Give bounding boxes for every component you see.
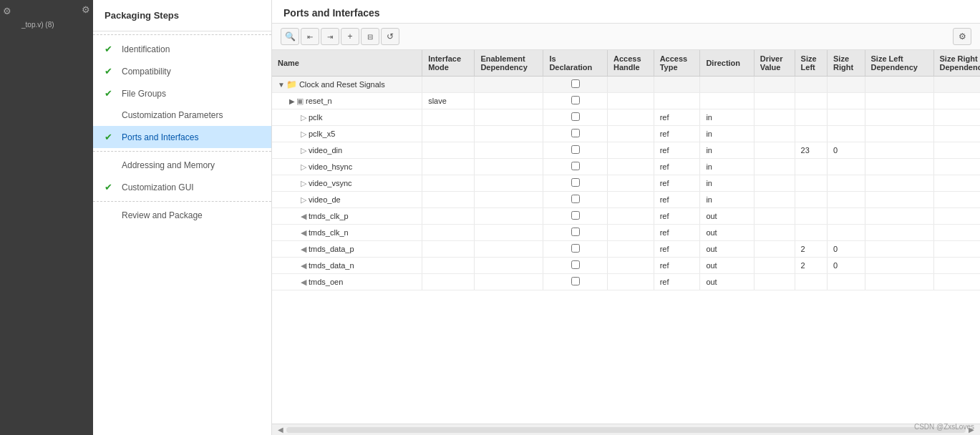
is-declaration-checkbox[interactable]	[571, 178, 580, 187]
col-header-enablement-dep: EnablementDependency	[475, 50, 543, 77]
sidebar-item-customization-gui[interactable]: ✔ Customization GUI	[93, 176, 271, 198]
is-declaration-checkbox[interactable]	[571, 260, 580, 269]
cell-name: ▷video_de	[272, 192, 422, 208]
cell-access-handle	[607, 175, 654, 192]
sidebar-item-customization-parameters[interactable]: Customization Parameters	[93, 104, 271, 126]
port-name: Clock and Reset Signals	[299, 80, 385, 89]
is-declaration-checkbox[interactable]	[571, 244, 580, 253]
collapse-icon[interactable]: ▼	[278, 81, 285, 89]
expand-all-button[interactable]: ⇥	[321, 28, 339, 45]
col-header-size-right-dep: Size RightDependency	[933, 50, 980, 77]
main-content: Ports and Interfaces 🔍 ⇤ ⇥ + ⊟ ↺ ⚙ Name …	[272, 0, 980, 435]
cell-is-declaration[interactable]	[543, 77, 608, 93]
cell-access-type: ref	[654, 175, 700, 192]
sidebar: Packaging Steps ✔ Identification ✔ Compa…	[93, 0, 272, 435]
out-chip-icon: ◀	[301, 212, 306, 221]
port-name: video_de	[309, 195, 341, 204]
cell-driver-value	[754, 208, 795, 225]
cell-interface-mode	[422, 159, 475, 175]
cell-driver-value	[754, 241, 795, 258]
search-button[interactable]: 🔍	[281, 28, 299, 45]
cell-size-left-dep	[865, 175, 933, 192]
cell-is-declaration[interactable]	[543, 274, 608, 290]
col-header-direction: Direction	[700, 50, 754, 77]
cell-is-declaration[interactable]	[543, 241, 608, 258]
cell-access-handle	[607, 208, 654, 225]
cell-is-declaration[interactable]	[543, 225, 608, 241]
cell-interface-mode	[422, 126, 475, 142]
sidebar-label-customization-gui: Customization GUI	[122, 182, 194, 192]
cell-driver-value	[754, 126, 795, 142]
cell-is-declaration[interactable]	[543, 126, 608, 142]
col-header-is-declaration: IsDeclaration	[543, 50, 608, 77]
is-declaration-checkbox[interactable]	[571, 228, 580, 236]
cell-is-declaration[interactable]	[543, 208, 608, 225]
sidebar-item-ports-and-interfaces[interactable]: ✔ Ports and Interfaces	[93, 126, 271, 148]
cell-is-declaration[interactable]	[543, 258, 608, 274]
cell-size-right: 0	[827, 258, 865, 274]
is-declaration-checkbox[interactable]	[571, 162, 580, 170]
sidebar-item-addressing-and-memory[interactable]: Addressing and Memory	[93, 155, 271, 176]
columns-button[interactable]: ⊟	[361, 28, 379, 45]
scroll-left-arrow[interactable]: ◀	[278, 426, 283, 434]
cell-is-declaration[interactable]	[543, 175, 608, 192]
cell-is-declaration[interactable]	[543, 192, 608, 208]
sidebar-item-file-groups[interactable]: ✔ File Groups	[93, 82, 271, 104]
table-container[interactable]: Name InterfaceMode EnablementDependency …	[272, 50, 980, 424]
add-button[interactable]: +	[341, 28, 359, 45]
cell-driver-value	[754, 225, 795, 241]
is-declaration-checkbox[interactable]	[571, 79, 580, 88]
check-icon-identification: ✔	[105, 44, 116, 54]
is-declaration-checkbox[interactable]	[571, 277, 580, 285]
cell-access-handle	[607, 192, 654, 208]
cell-size-left: 23	[795, 142, 827, 159]
sidebar-item-review-and-package[interactable]: Review and Package	[93, 205, 271, 226]
cell-interface-mode	[422, 192, 475, 208]
cell-access-type: ref	[654, 258, 700, 274]
cell-direction: in	[700, 142, 754, 159]
refresh-button[interactable]: ↺	[381, 28, 399, 45]
cell-interface-mode	[422, 241, 475, 258]
sidebar-label-compatibility: Compatibility	[122, 67, 171, 77]
cell-access-type: ref	[654, 241, 700, 258]
file-icon: ▷	[301, 195, 306, 205]
cell-direction: in	[700, 159, 754, 175]
is-declaration-checkbox[interactable]	[571, 96, 580, 104]
cell-size-right-dep	[933, 77, 980, 93]
col-header-size-left: SizeLeft	[795, 50, 827, 77]
port-name: tmds_clk_n	[309, 228, 349, 237]
sidebar-label-identification: Identification	[122, 44, 170, 54]
sidebar-item-identification[interactable]: ✔ Identification	[93, 38, 271, 60]
col-header-access-handle: AccessHandle	[607, 50, 654, 77]
cell-size-left-dep	[865, 274, 933, 290]
cell-is-declaration[interactable]	[543, 93, 608, 109]
is-declaration-checkbox[interactable]	[571, 145, 580, 154]
is-declaration-checkbox[interactable]	[571, 129, 580, 137]
cell-interface-mode	[422, 142, 475, 159]
left-dark-panel: ⚙ _top.v) (8)	[14, 0, 93, 435]
left-panel-badge: _top.v) (8)	[17, 18, 90, 31]
horizontal-scrollbar[interactable]: ◀ ▶	[272, 424, 980, 435]
check-icon-file-groups: ✔	[105, 88, 116, 99]
cell-is-declaration[interactable]	[543, 159, 608, 175]
top-gear-icon[interactable]: ⚙	[82, 4, 90, 15]
port-name: tmds_oen	[309, 278, 343, 286]
cell-size-right	[827, 274, 865, 290]
sidebar-item-compatibility[interactable]: ✔ Compatibility	[93, 60, 271, 82]
cell-driver-value	[754, 192, 795, 208]
is-declaration-checkbox[interactable]	[571, 195, 580, 203]
expand-icon[interactable]: ▶	[289, 97, 295, 105]
cell-is-declaration[interactable]	[543, 142, 608, 159]
is-declaration-checkbox[interactable]	[571, 211, 580, 220]
mini-gear-icon[interactable]: ⚙	[3, 6, 11, 16]
cell-access-handle	[607, 142, 654, 159]
cell-access-handle	[607, 241, 654, 258]
cell-direction	[700, 77, 754, 93]
is-declaration-checkbox[interactable]	[571, 112, 580, 121]
cell-is-declaration[interactable]	[543, 109, 608, 126]
cell-direction: out	[700, 258, 754, 274]
cell-size-left-dep	[865, 93, 933, 109]
port-name: video_din	[309, 146, 342, 155]
settings-button[interactable]: ⚙	[953, 28, 971, 45]
collapse-all-button[interactable]: ⇤	[301, 28, 319, 45]
